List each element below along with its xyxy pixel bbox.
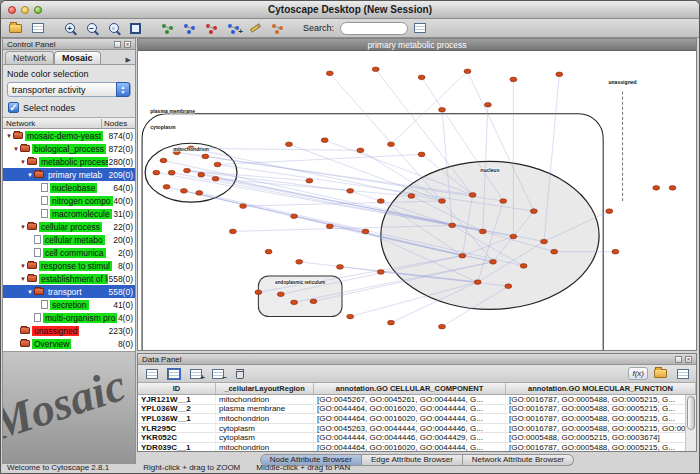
graph-node[interactable] <box>163 184 170 189</box>
create-network-button[interactable] <box>180 20 199 36</box>
tree-item-biological-process[interactable]: ▼biological_process872(0) <box>3 142 135 155</box>
graph-node[interactable] <box>612 249 619 254</box>
function-builder-button[interactable]: f(x) <box>628 367 648 380</box>
graph-node[interactable] <box>372 67 379 72</box>
close-panel-icon[interactable]: × <box>124 41 131 48</box>
graph-node[interactable] <box>337 265 344 270</box>
graph-node[interactable] <box>449 223 456 228</box>
search-input[interactable] <box>340 22 408 35</box>
tree-item-metabolic-process[interactable]: ▼metabolic process280(0) <box>3 155 135 168</box>
window-titlebar[interactable]: Cytoscape Desktop (New Session) <box>1 1 699 19</box>
graph-node[interactable] <box>510 77 517 82</box>
tab-overflow-button[interactable]: ▶ <box>124 56 133 64</box>
tree-column-network[interactable]: Network <box>3 119 101 128</box>
zoom-out-button[interactable]: − <box>82 20 101 36</box>
graph-node[interactable] <box>326 224 333 229</box>
import-network-button[interactable] <box>202 20 221 36</box>
graph-node[interactable] <box>388 320 395 325</box>
graph-node[interactable] <box>556 72 563 77</box>
tree-item-primary-metab[interactable]: ▼primary metab209(0) <box>3 168 135 181</box>
graph-node[interactable] <box>377 270 384 275</box>
tree-item-nitrogen-compo[interactable]: nitrogen compo40(0) <box>3 194 135 207</box>
graph-node[interactable] <box>183 168 190 173</box>
table-row[interactable]: YPL036W__2plasma membrane[GO:0044464, GO… <box>138 405 696 415</box>
open-session-button[interactable] <box>6 20 25 36</box>
graph-node[interactable] <box>212 176 219 181</box>
graph-node[interactable] <box>606 209 613 214</box>
save-session-button[interactable] <box>28 20 47 36</box>
edit-attributes-button[interactable] <box>164 366 183 382</box>
graph-node[interactable] <box>530 209 537 214</box>
minimize-window-button[interactable] <box>21 6 29 14</box>
tree-column-nodes[interactable]: Nodes <box>101 119 135 128</box>
graph-node[interactable] <box>418 75 425 80</box>
close-panel-icon[interactable]: × <box>685 356 692 363</box>
graph-node[interactable] <box>198 172 205 177</box>
tree-item-overview[interactable]: Overview8(0) <box>3 337 135 350</box>
attribute-matrix-button[interactable] <box>673 366 692 382</box>
tree-item-unassigned[interactable]: unassigned223(0) <box>3 324 135 337</box>
float-panel-icon[interactable] <box>675 356 682 363</box>
tab-network[interactable]: Network <box>5 51 54 64</box>
import-attributes-button[interactable] <box>651 366 670 382</box>
graph-node[interactable] <box>160 158 167 163</box>
graph-node[interactable] <box>214 162 221 167</box>
scrollbar-thumb[interactable] <box>687 396 695 430</box>
graph-node[interactable] <box>469 193 476 198</box>
table-row[interactable]: YDR039C__1mitochondrion[GO:0044464, GO:0… <box>138 443 696 451</box>
tree-item-cell-communica[interactable]: cell communica2(0) <box>3 246 135 259</box>
graph-node[interactable] <box>418 152 425 157</box>
graph-node[interactable] <box>479 229 486 234</box>
clear-selection-button[interactable] <box>230 366 249 382</box>
search-options-button[interactable] <box>410 20 429 36</box>
graph-node[interactable] <box>439 199 446 204</box>
network-canvas[interactable]: plasma membranecytoplasmmitochondrionnuc… <box>138 51 696 350</box>
tab-mosaic[interactable]: Mosaic <box>54 51 101 64</box>
add-node-button[interactable]: + <box>224 20 243 36</box>
graph-node[interactable] <box>196 191 203 196</box>
graph-node[interactable] <box>669 185 676 190</box>
graph-node[interactable] <box>490 259 497 264</box>
expand-arrow-icon[interactable]: ▼ <box>19 263 27 269</box>
column-header-col2[interactable]: annotation.GO CELLULAR_COMPONENT <box>314 383 506 394</box>
zoom-selected-button[interactable]: ▫ <box>104 20 123 36</box>
expand-arrow-icon[interactable]: ▼ <box>19 159 27 165</box>
graph-node[interactable] <box>357 148 364 153</box>
graph-node[interactable] <box>377 199 384 204</box>
tree-item-secretion[interactable]: secretion41(0) <box>3 298 135 311</box>
graph-node[interactable] <box>439 324 446 329</box>
table-scrollbar[interactable] <box>685 395 696 451</box>
graph-node[interactable] <box>265 249 272 254</box>
graph-node[interactable] <box>408 194 415 199</box>
column-header-col1[interactable]: _cellularLayoutRegion <box>216 383 314 394</box>
table-row[interactable]: YPL036W__1mitochondrion[GO:0044464, GO:0… <box>138 414 696 424</box>
graph-node[interactable] <box>291 214 298 219</box>
graph-node[interactable] <box>439 107 446 112</box>
column-header-col3[interactable]: annotation.GO MOLECULAR_FUNCTION <box>506 383 696 394</box>
graph-node[interactable] <box>310 299 317 304</box>
tree-item-cellular-process[interactable]: ▼cellular process22(0) <box>3 220 135 233</box>
color-mode-dropdown[interactable]: transporter activity ▲▼ <box>7 82 131 97</box>
graph-node[interactable] <box>240 204 247 209</box>
tree-item-mosaic-demo-yeast[interactable]: ▼mosaic-demo-yeast874(0) <box>3 129 135 142</box>
graph-node[interactable] <box>326 71 333 76</box>
graph-node[interactable] <box>362 229 369 234</box>
tree-item-macromolecule[interactable]: macromolecule31(0) <box>3 207 135 220</box>
table-row[interactable]: YLR295Ccytoplasm[GO:0045263, GO:0044444,… <box>138 424 696 434</box>
graph-node[interactable] <box>153 170 160 175</box>
graph-node[interactable] <box>541 239 548 244</box>
graph-node[interactable] <box>202 154 209 159</box>
new-attribute-button[interactable]: + <box>186 366 205 382</box>
graph-node[interactable] <box>168 170 175 175</box>
graph-node[interactable] <box>520 264 527 269</box>
graph-node[interactable] <box>306 178 313 183</box>
tree-item-response-to-stimul[interactable]: ▼response to stimul8(0) <box>3 259 135 272</box>
select-nodes-checkbox[interactable]: ✓ <box>8 102 19 113</box>
column-header-id[interactable]: ID <box>138 383 216 394</box>
graph-node[interactable] <box>459 253 466 258</box>
graph-node[interactable] <box>474 280 481 285</box>
graph-node[interactable] <box>500 199 507 204</box>
graph-node[interactable] <box>296 259 303 264</box>
graph-node[interactable] <box>347 189 354 194</box>
graph-node[interactable] <box>277 292 284 297</box>
